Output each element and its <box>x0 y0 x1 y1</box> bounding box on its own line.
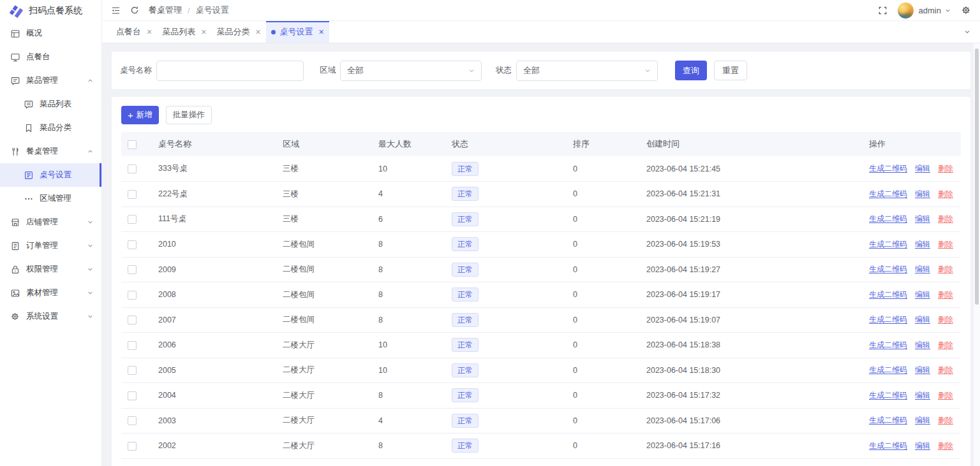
avatar[interactable] <box>898 3 914 18</box>
cell-operations: 生成二维码编辑删除 <box>857 383 961 409</box>
menu-fold-icon[interactable] <box>111 6 121 15</box>
delete-link[interactable]: 删除 <box>938 240 953 249</box>
generate-qrcode-link[interactable]: 生成二维码 <box>869 240 907 249</box>
reset-button[interactable]: 重置 <box>714 61 747 80</box>
fullscreen-icon[interactable] <box>878 6 887 15</box>
delete-link[interactable]: 删除 <box>938 315 953 324</box>
cell-sort: 0 <box>567 333 640 358</box>
tab-菜品分类[interactable]: 菜品分类× <box>211 21 265 43</box>
delete-link[interactable]: 删除 <box>938 391 953 400</box>
tab-close-icon[interactable]: × <box>319 27 324 36</box>
generate-qrcode-link[interactable]: 生成二维码 <box>869 189 907 198</box>
row-checkbox[interactable] <box>128 240 137 249</box>
generate-qrcode-link[interactable]: 生成二维码 <box>869 340 907 349</box>
sidebar-item-order-management[interactable]: 订单管理 <box>0 234 101 258</box>
table-name-input[interactable] <box>156 61 304 81</box>
delete-link[interactable]: 删除 <box>938 365 953 374</box>
cell-sort: 0 <box>567 408 640 433</box>
sidebar-item-material-management[interactable]: 素材管理 <box>0 281 101 305</box>
delete-link[interactable]: 删除 <box>938 290 953 299</box>
sidebar-item-dish-category[interactable]: 菜品分类 <box>0 116 101 140</box>
cell-sort: 0 <box>567 156 640 182</box>
sidebar-item-overview[interactable]: 概况 <box>0 22 101 45</box>
breadcrumb-item[interactable]: 餐桌管理 <box>149 4 182 16</box>
generate-qrcode-link[interactable]: 生成二维码 <box>869 265 907 273</box>
sidebar-item-order-counter[interactable]: 点餐台 <box>0 45 101 69</box>
generate-qrcode-link[interactable]: 生成二维码 <box>869 290 907 299</box>
scrollbar-thumb[interactable] <box>975 48 979 305</box>
area-select[interactable]: 全部 <box>340 61 482 81</box>
tab-点餐台[interactable]: 点餐台× <box>111 21 157 43</box>
generate-qrcode-link[interactable]: 生成二维码 <box>869 365 907 374</box>
generate-qrcode-link[interactable]: 生成二维码 <box>869 391 907 400</box>
row-checkbox[interactable] <box>128 291 137 300</box>
edit-link[interactable]: 编辑 <box>915 164 930 173</box>
delete-link[interactable]: 删除 <box>938 164 953 173</box>
delete-link[interactable]: 删除 <box>938 340 953 349</box>
sidebar-item-dish-management[interactable]: 菜品管理 <box>0 69 101 92</box>
edit-link[interactable]: 编辑 <box>915 365 930 374</box>
delete-link[interactable]: 删除 <box>938 441 953 450</box>
delete-link[interactable]: 删除 <box>938 214 953 223</box>
cell-max-people: 8 <box>372 282 445 308</box>
sidebar-item-area-management[interactable]: 区域管理 <box>0 187 101 210</box>
delete-link[interactable]: 删除 <box>938 416 953 425</box>
cell-created-time: 2023-06-04 15:19:27 <box>640 257 857 282</box>
generate-qrcode-link[interactable]: 生成二维码 <box>869 416 907 425</box>
edit-link[interactable]: 编辑 <box>915 290 930 299</box>
edit-link[interactable]: 编辑 <box>915 441 930 450</box>
edit-link[interactable]: 编辑 <box>915 340 930 349</box>
row-checkbox[interactable] <box>128 316 137 324</box>
sidebar-item-permission-management[interactable]: 权限管理 <box>0 258 101 281</box>
tab-close-icon[interactable]: × <box>255 27 260 36</box>
sidebar-item-table-management[interactable]: 餐桌管理 <box>0 140 101 163</box>
batch-actions-button[interactable]: 批量操作 <box>166 106 212 124</box>
search-button[interactable]: 查询 <box>675 61 707 80</box>
row-checkbox[interactable] <box>128 164 137 173</box>
row-checkbox[interactable] <box>128 341 137 350</box>
generate-qrcode-link[interactable]: 生成二维码 <box>869 164 907 173</box>
sidebar-item-system-settings[interactable]: 系统设置 <box>0 305 101 328</box>
row-checkbox[interactable] <box>128 442 137 451</box>
sidebar-item-table-number-settings[interactable]: 桌号设置 <box>0 163 101 187</box>
status-badge: 正常 <box>452 363 479 377</box>
row-checkbox[interactable] <box>128 215 137 224</box>
main-area: 餐桌管理 / 桌号设置 admin <box>102 0 980 466</box>
edit-link[interactable]: 编辑 <box>915 189 930 198</box>
cell-max-people: 10 <box>372 358 445 383</box>
refresh-icon[interactable] <box>130 6 139 15</box>
row-checkbox[interactable] <box>128 265 137 274</box>
cell-created-time: 2023-06-04 15:19:07 <box>640 307 857 333</box>
tab-菜品列表[interactable]: 菜品列表× <box>157 21 211 43</box>
edit-link[interactable]: 编辑 <box>915 214 930 223</box>
user-menu[interactable]: admin <box>919 6 951 15</box>
row-checkbox[interactable] <box>128 190 137 199</box>
delete-link[interactable]: 删除 <box>938 189 953 198</box>
edit-link[interactable]: 编辑 <box>915 240 930 249</box>
gear-icon[interactable] <box>961 5 971 15</box>
tab-桌号设置[interactable]: 桌号设置× <box>266 21 329 43</box>
tabbar-chevron-down-icon[interactable] <box>954 21 980 43</box>
chevron-down-icon <box>87 313 94 320</box>
sidebar-item-shop-management[interactable]: 店铺管理 <box>0 210 101 234</box>
generate-qrcode-link[interactable]: 生成二维码 <box>869 315 907 324</box>
row-checkbox[interactable] <box>128 416 137 425</box>
add-button[interactable]: +新增 <box>121 106 159 124</box>
cell-table-name: 2006 <box>152 333 276 358</box>
delete-link[interactable]: 删除 <box>938 265 953 273</box>
sidebar-item-label: 桌号设置 <box>40 170 71 180</box>
status-select[interactable]: 全部 <box>516 61 658 81</box>
row-checkbox[interactable] <box>128 366 137 375</box>
sidebar-item-dish-list[interactable]: 菜品列表 <box>0 92 101 116</box>
tab-close-icon[interactable]: × <box>147 27 152 36</box>
edit-link[interactable]: 编辑 <box>915 391 930 400</box>
edit-link[interactable]: 编辑 <box>915 265 930 273</box>
edit-link[interactable]: 编辑 <box>915 315 930 324</box>
generate-qrcode-link[interactable]: 生成二维码 <box>869 441 907 450</box>
status-badge: 正常 <box>452 162 479 176</box>
select-all-checkbox[interactable] <box>128 140 137 149</box>
tab-close-icon[interactable]: × <box>201 27 206 36</box>
row-checkbox[interactable] <box>128 391 137 400</box>
generate-qrcode-link[interactable]: 生成二维码 <box>869 214 907 223</box>
edit-link[interactable]: 编辑 <box>915 416 930 425</box>
